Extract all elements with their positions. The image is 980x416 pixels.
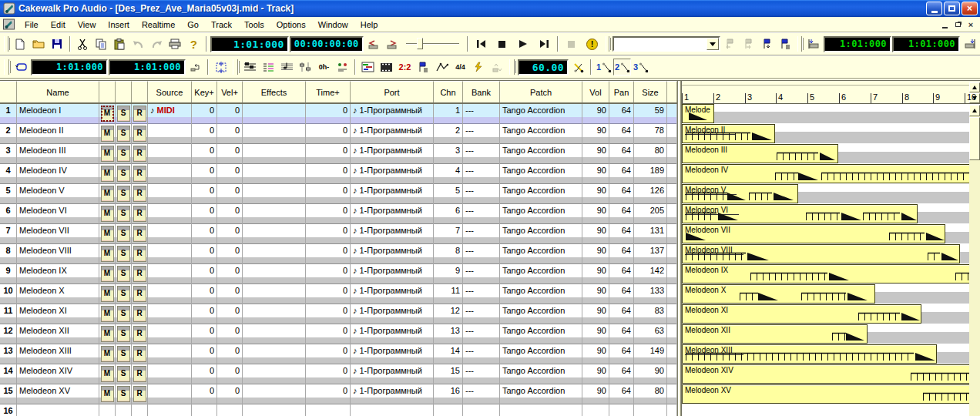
patch-cell[interactable]: Tango Accordion	[500, 224, 582, 244]
pan-cell[interactable]: 64	[609, 144, 634, 164]
size-cell[interactable]: 189	[634, 164, 667, 184]
effects-cell[interactable]	[243, 384, 306, 404]
column-header-blank[interactable]	[667, 81, 677, 102]
track-number[interactable]: 5	[0, 184, 17, 204]
track-row[interactable]: 2Melodeon IIMSR000♪1-Программный2---Tang…	[0, 124, 677, 144]
time-offset-cell[interactable]: 0	[306, 364, 351, 384]
track-name-cell[interactable]: Melodeon IX	[17, 264, 99, 284]
source-cell[interactable]	[148, 344, 192, 364]
record-arm-button[interactable]: R	[133, 286, 146, 302]
menu-window[interactable]: Window	[312, 18, 354, 31]
key-offset-cell[interactable]: 0	[192, 124, 217, 144]
volume-cell[interactable]: 90	[582, 324, 609, 344]
record-arm-button[interactable]: R	[133, 326, 146, 342]
solo-button[interactable]: S	[117, 266, 130, 282]
loop-set-start-button[interactable]	[805, 35, 823, 52]
undo-button[interactable]	[129, 35, 147, 52]
track-number[interactable]: 8	[0, 244, 17, 264]
port-cell[interactable]: ♪1-Программный	[351, 324, 434, 344]
record-arm-button[interactable]: R	[133, 246, 146, 262]
clip-lane[interactable]: Melodeon II	[682, 124, 970, 144]
track-row[interactable]: 4Melodeon IVMSR000♪1-Программный4---Tang…	[0, 164, 677, 184]
source-cell[interactable]	[148, 164, 192, 184]
copy-button[interactable]	[92, 35, 110, 52]
patch-cell[interactable]: Tango Accordion	[500, 304, 582, 324]
column-header-blank[interactable]	[132, 81, 148, 102]
velocity-offset-cell[interactable]: 0	[217, 224, 243, 244]
patch-cell[interactable]: Tango Accordion	[500, 344, 582, 364]
channel-cell[interactable]: 2	[434, 124, 463, 144]
solo-button[interactable]: S	[117, 246, 130, 262]
effects-cell[interactable]	[243, 104, 306, 124]
solo-button[interactable]: S	[117, 346, 130, 362]
volume-cell[interactable]: 90	[582, 364, 609, 384]
channel-cell[interactable]: 7	[434, 224, 463, 244]
size-cell[interactable]: 83	[634, 304, 667, 324]
clip-lane[interactable]: Melodeon III	[682, 144, 970, 164]
record-arm-button[interactable]: R	[133, 146, 146, 162]
bank-cell[interactable]: ---	[463, 324, 500, 344]
mute-button[interactable]: M	[101, 346, 114, 362]
rewind-button[interactable]	[472, 35, 492, 52]
toolbar-grip[interactable]	[509, 59, 515, 75]
effects-cell[interactable]	[243, 364, 306, 384]
tempo-ratio-2-button[interactable]: 2	[613, 59, 631, 75]
track-number[interactable]: 14	[0, 364, 17, 384]
time-offset-cell[interactable]: 0	[306, 324, 351, 344]
midi-clip[interactable]: Melodeon VIII	[682, 244, 960, 263]
track-name-cell[interactable]: Melodeon V	[17, 184, 99, 204]
spare-toolbar-button[interactable]	[488, 59, 506, 75]
key-offset-cell[interactable]: 0	[192, 364, 217, 384]
channel-cell[interactable]: 15	[434, 364, 463, 384]
new-file-button[interactable]	[12, 35, 29, 52]
loop-marker-button[interactable]	[186, 59, 204, 75]
velocity-offset-cell[interactable]: 0	[217, 124, 243, 144]
staff-view-button[interactable]	[278, 59, 296, 75]
track-number[interactable]: 4	[0, 164, 17, 184]
port-cell[interactable]: ♪1-Программный	[351, 284, 434, 304]
track-number[interactable]: 11	[0, 304, 17, 324]
midi-clip[interactable]: Melodeon IX	[682, 264, 970, 283]
key-offset-cell[interactable]: 0	[192, 244, 217, 264]
toolbar-grip[interactable]	[233, 59, 238, 75]
source-cell[interactable]	[148, 364, 192, 384]
track-name-cell[interactable]: Melodeon VII	[17, 224, 99, 244]
mute-button[interactable]: M	[101, 106, 114, 122]
track-row[interactable]: 13Melodeon XIIIMSR000♪1-Программный14---…	[0, 344, 677, 364]
time-offset-cell[interactable]: 0	[306, 384, 351, 404]
bank-cell[interactable]: ---	[463, 104, 500, 124]
time-offset-cell[interactable]: 0	[306, 144, 351, 164]
effects-cell[interactable]	[243, 264, 306, 284]
track-name-cell[interactable]: Melodeon X	[17, 284, 99, 304]
source-cell[interactable]	[148, 124, 192, 144]
patch-cell[interactable]: Tango Accordion	[500, 284, 582, 304]
track-name-cell[interactable]: Melodeon XIV	[17, 364, 99, 384]
record-arm-button[interactable]: R	[133, 186, 146, 202]
now-time-display[interactable]: 1:01:000	[210, 36, 289, 52]
source-cell[interactable]	[148, 184, 192, 204]
mute-button[interactable]: M	[101, 266, 114, 282]
pan-cell[interactable]: 64	[609, 344, 634, 364]
pan-cell[interactable]: 64	[609, 284, 634, 304]
smpte-time-display[interactable]: 00:00:00:00	[290, 36, 364, 52]
volume-cell[interactable]: 90	[582, 264, 609, 284]
loop-start-display[interactable]: 1:01:000	[824, 36, 891, 52]
solo-button[interactable]: S	[117, 286, 130, 302]
patch-cell[interactable]: Tango Accordion	[500, 264, 582, 284]
pan-cell[interactable]: 64	[609, 204, 634, 224]
mdi-minimize-button[interactable]	[938, 19, 951, 30]
clip-lane[interactable]: Melodeon XI	[682, 304, 970, 324]
toolbar-grip[interactable]	[797, 36, 802, 52]
channel-cell[interactable]: 11	[434, 284, 463, 304]
track-name-cell[interactable]: Melodeon III	[17, 144, 99, 164]
track-row[interactable]: 3Melodeon IIIMSR000♪1-Программный3---Tan…	[0, 144, 677, 164]
mute-button[interactable]: M	[101, 126, 114, 142]
tempo-ratio-base-button[interactable]	[569, 59, 587, 75]
key-offset-cell[interactable]: 0	[192, 324, 217, 344]
clip-lane[interactable]: Melodeon V	[682, 184, 970, 204]
pan-cell[interactable]: 64	[609, 164, 634, 184]
track-name-cell[interactable]: Melodeon XII	[17, 324, 99, 344]
solo-button[interactable]: S	[117, 126, 130, 142]
track-number[interactable]: 1	[0, 104, 17, 124]
mute-button[interactable]: M	[101, 306, 114, 322]
